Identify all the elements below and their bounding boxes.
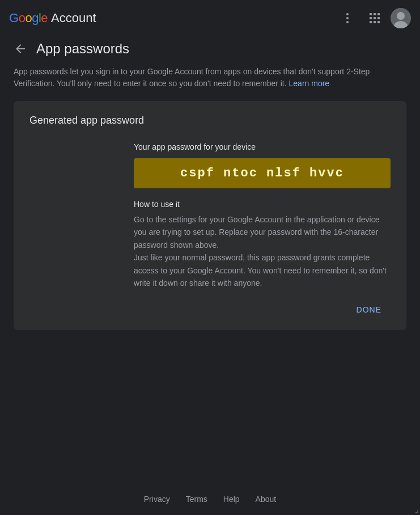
done-button[interactable]: DONE [347, 301, 391, 319]
page-footer: Privacy Terms Help About [0, 483, 420, 515]
avatar[interactable] [391, 8, 411, 28]
apps-grid-icon [370, 13, 380, 23]
how-to-text: Go to the settings for your Google Accou… [134, 213, 391, 289]
google-apps-button[interactable] [363, 7, 386, 29]
footer-link-help[interactable]: Help [223, 495, 240, 504]
header-left: Google Account [9, 11, 96, 26]
google-logo: Google [9, 11, 48, 26]
card-content: Your app password for your device cspf n… [29, 142, 391, 289]
footer-link-terms[interactable]: Terms [186, 495, 207, 504]
card-title: Generated app password [29, 115, 391, 126]
password-box: cspf ntoc nlsf hvvc [134, 158, 391, 188]
card-left [29, 142, 120, 289]
card-footer: DONE [29, 301, 391, 319]
header-right [336, 7, 411, 29]
more-options-button[interactable] [336, 7, 359, 29]
password-label: Your app password for your device [134, 142, 391, 151]
card-right: Your app password for your device cspf n… [134, 142, 391, 289]
page-title: App passwords [36, 41, 129, 57]
back-button[interactable] [14, 42, 27, 56]
learn-more-link[interactable]: Learn more [289, 79, 330, 88]
generated-password-card: Generated app password Your app password… [14, 101, 406, 330]
footer-link-about[interactable]: About [256, 495, 277, 504]
footer-link-privacy[interactable]: Privacy [144, 495, 170, 504]
how-to-title: How to use it [134, 200, 391, 209]
back-arrow-icon [14, 42, 27, 56]
header: Google Account [0, 0, 420, 36]
svg-point-1 [397, 12, 405, 20]
header-title: Account [51, 11, 96, 26]
description: App passwords let you sign in to your Go… [0, 66, 385, 101]
resize-corner: ⌟ [415, 505, 419, 514]
back-nav: App passwords [0, 36, 420, 66]
avatar-image [391, 8, 411, 28]
three-dots-icon [346, 13, 349, 23]
password-value: cspf ntoc nlsf hvvc [180, 166, 344, 180]
